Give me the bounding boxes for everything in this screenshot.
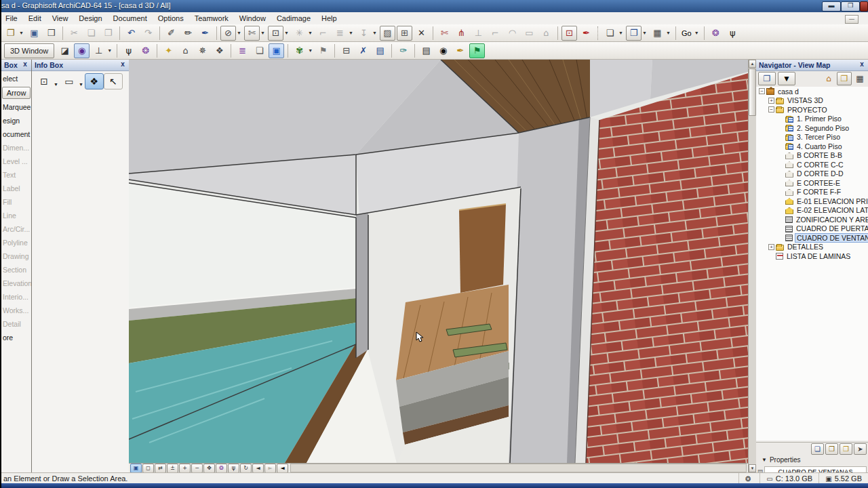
- tree-item-label[interactable]: VISTAS 3D: [786, 96, 825, 104]
- redo-icon[interactable]: ↷: [140, 26, 156, 41]
- suspend-groups-icon[interactable]: ⊘: [220, 26, 236, 41]
- scroll-up-icon[interactable]: ▲: [749, 60, 756, 68]
- pick-up-icon[interactable]: ⊡: [268, 26, 283, 41]
- tree-object-dropdown-icon[interactable]: ▼: [307, 43, 314, 58]
- highlighter-icon[interactable]: ✒: [578, 26, 594, 41]
- maximize-button[interactable]: ❒: [841, 1, 860, 12]
- scroll-down-icon[interactable]: ▼: [749, 464, 756, 472]
- tree-item-e-01-elevacion-princ[interactable]: E-01 ELEVACION PRINC: [756, 197, 868, 206]
- tree-item-label[interactable]: 4. Cuarto Piso: [795, 142, 844, 150]
- tree-item-e-cortee-e[interactable]: E CORTEE-E: [756, 178, 868, 188]
- selection-shape-icon[interactable]: ▭: [60, 73, 79, 89]
- menu-view[interactable]: View: [47, 12, 74, 24]
- camera-black-icon[interactable]: ◉: [435, 43, 451, 58]
- rotate-tool-icon[interactable]: ❖: [85, 73, 104, 89]
- anchor-icon[interactable]: ↧: [356, 26, 372, 41]
- box-3d-icon[interactable]: ◪: [57, 43, 73, 58]
- fillet-icon[interactable]: ◠: [505, 26, 520, 41]
- tree-item-label[interactable]: CUADRO DE VENTANAS: [795, 233, 868, 243]
- adjust-icon[interactable]: ⊥: [471, 26, 486, 41]
- layers-dropdown-icon[interactable]: ▼: [347, 26, 355, 41]
- marquee-settings-dropdown-icon[interactable]: ▼: [54, 82, 58, 87]
- axis-3d-dropdown-icon[interactable]: ▼: [106, 43, 113, 58]
- open-folder-dropdown-icon[interactable]: ▼: [18, 26, 25, 41]
- Go-dropdown-icon[interactable]: ▼: [693, 26, 701, 41]
- toolbox-item-marquee[interactable]: Marquee: [1, 100, 31, 114]
- schedule-box-icon[interactable]: ⊞: [397, 26, 412, 41]
- layers-icon[interactable]: ≣: [332, 26, 348, 41]
- collapse-icon[interactable]: −: [768, 106, 774, 113]
- menu-edit[interactable]: Edit: [23, 12, 47, 24]
- magic-wand-icon[interactable]: ✄: [244, 26, 260, 41]
- new-folder-icon[interactable]: ❐: [840, 443, 852, 455]
- 3d-window-settings-icon[interactable]: ▣: [269, 43, 284, 58]
- menu-window[interactable]: Window: [234, 12, 271, 24]
- page-icon[interactable]: ❏: [252, 43, 267, 58]
- toolbox-item-arrow[interactable]: Arrow: [2, 87, 31, 99]
- orbit-icon[interactable]: ❂: [708, 26, 724, 41]
- tree-item-detalles[interactable]: +DETALLES: [756, 243, 868, 252]
- viewmap-folder-icon[interactable]: ❐: [837, 72, 852, 85]
- tree-item-label[interactable]: E-01 ELEVACION PRINC: [795, 197, 868, 205]
- open-folder-icon[interactable]: ❐: [3, 26, 18, 41]
- pan-hand-icon[interactable]: ✥: [203, 464, 215, 473]
- save-current-view-icon[interactable]: ❏: [811, 443, 824, 455]
- tree-item-label[interactable]: D CORTE D-D: [795, 169, 845, 178]
- tree-item-label[interactable]: casa d: [776, 87, 800, 96]
- tree-item-vistas-3d[interactable]: +VISTAS 3D: [756, 96, 868, 106]
- resize-icon[interactable]: ▭: [521, 26, 537, 41]
- next-zoom-icon[interactable]: ►: [264, 464, 276, 473]
- tree-item-label[interactable]: F CORTE F-F: [795, 188, 842, 196]
- tree-item-c-corte-c-c[interactable]: C CORTE C-C: [756, 160, 868, 169]
- toolbox-item-elect[interactable]: elect: [1, 72, 31, 85]
- marquee-settings-icon[interactable]: ⊡: [35, 73, 54, 89]
- menu-cadimage[interactable]: Cadimage: [271, 12, 316, 24]
- child-window-minimize-icon[interactable]: —: [845, 15, 859, 24]
- window-layout-icon[interactable]: ▦: [650, 26, 665, 41]
- nav-preview-icon[interactable]: ▣: [130, 464, 142, 473]
- anchor-dropdown-icon[interactable]: ▼: [371, 26, 378, 41]
- cutaway-icon[interactable]: ❖: [212, 43, 227, 58]
- copy-icon[interactable]: ❏: [83, 26, 99, 41]
- magic-wand-dropdown-icon[interactable]: ▼: [259, 26, 267, 41]
- tree-item-lista-de-laminas[interactable]: LISTA DE LAMINAS: [756, 251, 868, 261]
- menu-design[interactable]: Design: [73, 12, 107, 24]
- tree-item-e-02-elevacion-later[interactable]: E-02 ELEVACION LATER: [756, 206, 868, 216]
- zoom-out-icon[interactable]: −: [191, 464, 203, 473]
- photo-settings-icon[interactable]: ▤: [418, 43, 434, 58]
- intersect-icon[interactable]: ⌐: [488, 26, 503, 41]
- tree-item-label[interactable]: CUADRO DE PUERTAS: [795, 224, 868, 232]
- clone-folder-icon[interactable]: ❐: [825, 443, 838, 455]
- window-prev-icon[interactable]: ❏: [602, 26, 618, 41]
- collapse-icon[interactable]: −: [759, 88, 765, 94]
- tree-item-label[interactable]: E CORTEE-E: [795, 179, 842, 187]
- tree-item-2-segundo-piso[interactable]: 2. Segundo Piso: [756, 123, 868, 133]
- roof-tool-icon[interactable]: ⌂: [538, 26, 554, 41]
- cutting-plane-icon[interactable]: ⊟: [338, 43, 354, 58]
- tree-item-label[interactable]: 1. Primer Piso: [795, 115, 843, 123]
- 3d-viewport[interactable]: [129, 60, 748, 463]
- close-icon[interactable]: x: [21, 60, 29, 68]
- tree-item-casa-d[interactable]: −casa d: [756, 87, 868, 96]
- toolbox-item-ore[interactable]: ore: [1, 331, 31, 344]
- menu-document[interactable]: Document: [108, 12, 153, 24]
- tree-item-label[interactable]: 3. Tercer Piso: [795, 133, 842, 141]
- suspend-groups-dropdown-icon[interactable]: ▼: [235, 26, 243, 41]
- quill-icon[interactable]: ✒: [452, 43, 468, 58]
- window-prev-dropdown-icon[interactable]: ▼: [617, 26, 625, 41]
- toolbox-item-ocument[interactable]: ocument: [1, 127, 31, 141]
- sun-icon[interactable]: ✦: [161, 43, 176, 58]
- minimize-button[interactable]: ▬: [822, 1, 841, 12]
- menu-teamwork[interactable]: Teamwork: [189, 12, 234, 24]
- arrow-cursor-icon[interactable]: ↖: [104, 73, 123, 89]
- tree-item-zonificacion-y-area[interactable]: ZONIFICACION Y AREA: [756, 215, 868, 224]
- window-current-icon[interactable]: ❐: [626, 26, 642, 41]
- menu-file[interactable]: File: [0, 12, 23, 24]
- sketch-render-icon[interactable]: ▨: [380, 26, 395, 41]
- zoom-plusminus-icon[interactable]: ±: [167, 464, 178, 473]
- guide-lines-icon[interactable]: ⌐: [315, 26, 331, 41]
- axis-3d-icon[interactable]: ⊥: [91, 43, 106, 58]
- properties-header[interactable]: ▼ Properties: [756, 455, 868, 464]
- home-nav-icon[interactable]: ⌂: [821, 72, 836, 85]
- zoom-box-icon[interactable]: ◻: [142, 464, 154, 473]
